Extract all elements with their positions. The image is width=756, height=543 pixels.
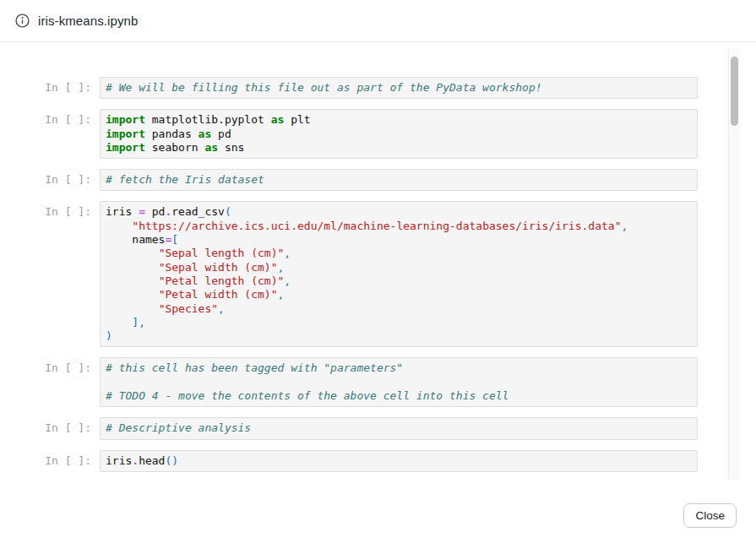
- code-line: names=[: [106, 233, 692, 247]
- code-line: import pandas as pd: [106, 128, 692, 141]
- code-line: "https://archive.ics.uci.edu/ml/machine-…: [106, 220, 692, 233]
- notebook-cell: In [ ]:# fetch the Iris dataset: [17, 169, 698, 191]
- cell-code: # Descriptive analysis: [100, 417, 698, 439]
- code-line: ): [106, 329, 692, 343]
- cell-code: iris = pd.read_csv( "https://archive.ics…: [100, 201, 698, 347]
- notebook-cell: In [ ]:# Descriptive analysis: [17, 417, 698, 439]
- cell-code: # this cell has been tagged with "parame…: [100, 357, 698, 407]
- notebook-cell: In [ ]:iris = pd.read_csv( "https://arch…: [17, 201, 698, 347]
- code-line: "Sepal width (cm)",: [106, 261, 692, 274]
- code-line: # We will be filling this file out as pa…: [106, 81, 692, 95]
- code-line: "Petal length (cm)",: [106, 274, 692, 288]
- close-button[interactable]: Close: [683, 503, 737, 528]
- cell-code: # fetch the Iris dataset: [100, 169, 698, 191]
- notebook-cell: In [ ]:# this cell has been tagged with …: [17, 357, 698, 407]
- code-line: # Descriptive analysis: [106, 421, 692, 435]
- notebook-cell: In [ ]:# We will be filling this file ou…: [17, 77, 698, 99]
- cell-prompt: In [ ]:: [17, 201, 100, 219]
- code-line: import matplotlib.pyplot as plt: [106, 113, 692, 127]
- notebook-cell: In [ ]:iris.head(): [17, 450, 698, 472]
- cell-code: import matplotlib.pyplot as pltimport pa…: [100, 109, 698, 159]
- cell-prompt: In [ ]:: [17, 109, 100, 127]
- notebook-viewport[interactable]: In [ ]:# We will be filling this file ou…: [17, 43, 740, 480]
- notebook-cell: In [ ]:import matplotlib.pyplot as pltim…: [17, 109, 698, 159]
- scrollbar-thumb[interactable]: [731, 57, 738, 126]
- cell-code: iris.head(): [100, 450, 698, 472]
- cell-prompt: In [ ]:: [17, 417, 100, 435]
- code-line: iris.head(): [106, 454, 692, 468]
- cell-prompt: In [ ]:: [17, 77, 100, 95]
- code-line: # this cell has been tagged with "parame…: [106, 361, 692, 375]
- notebook-cells: In [ ]:# We will be filling this file ou…: [17, 43, 740, 480]
- dialog-header: iris-kmeans.ipynb: [0, 0, 756, 42]
- scrollbar-track[interactable]: [728, 48, 740, 480]
- code-line: ],: [106, 316, 692, 329]
- code-line: "Petal width (cm)",: [106, 288, 692, 301]
- code-line: iris = pd.read_csv(: [106, 205, 692, 219]
- info-icon: [15, 14, 30, 28]
- cell-code: # We will be filling this file out as pa…: [100, 77, 698, 99]
- code-line: "Species",: [106, 302, 692, 316]
- notebook-title: iris-kmeans.ipynb: [38, 14, 138, 28]
- cell-prompt: In [ ]:: [17, 450, 100, 468]
- cell-prompt: In [ ]:: [17, 169, 100, 187]
- code-line: import seaborn as sns: [106, 141, 692, 155]
- cell-prompt: In [ ]:: [17, 357, 100, 375]
- code-line: "Sepal length (cm)",: [106, 247, 692, 260]
- code-line: # TODO 4 - move the contents of the abov…: [106, 389, 692, 403]
- code-line: [106, 376, 692, 389]
- code-line: # fetch the Iris dataset: [106, 173, 692, 187]
